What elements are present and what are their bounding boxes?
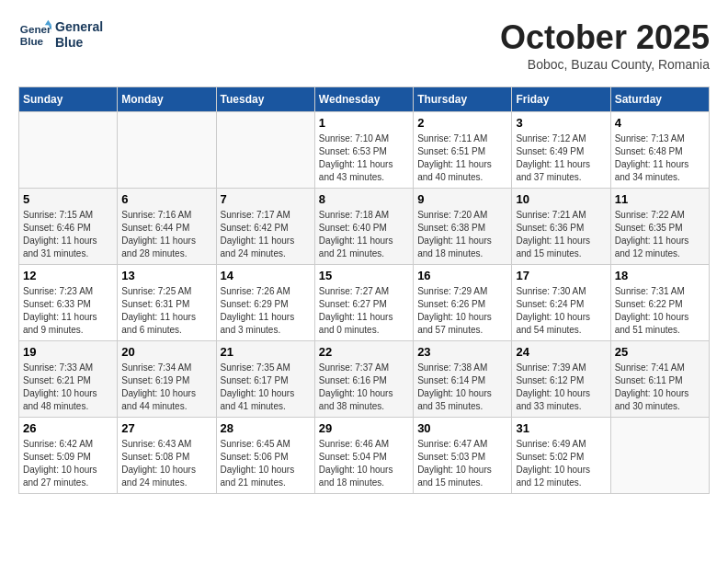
logo-text: General Blue <box>55 19 103 51</box>
calendar-cell: 3Sunrise: 7:12 AM Sunset: 6:49 PM Daylig… <box>512 112 610 189</box>
logo: General Blue General Blue <box>18 18 103 52</box>
day-info: Sunrise: 7:38 AM Sunset: 6:14 PM Dayligh… <box>417 362 507 413</box>
day-info: Sunrise: 7:29 AM Sunset: 6:26 PM Dayligh… <box>417 285 507 337</box>
day-info: Sunrise: 6:49 AM Sunset: 5:02 PM Dayligh… <box>516 438 606 489</box>
weekday-header-thursday: Thursday <box>414 87 512 112</box>
day-number: 16 <box>417 269 507 282</box>
calendar-cell: 4Sunrise: 7:13 AM Sunset: 6:48 PM Daylig… <box>610 112 709 189</box>
day-number: 30 <box>417 421 507 435</box>
calendar-cell <box>118 112 216 189</box>
day-number: 1 <box>319 116 409 130</box>
calendar-cell: 29Sunrise: 6:46 AM Sunset: 5:04 PM Dayli… <box>314 418 413 494</box>
day-number: 8 <box>319 192 409 206</box>
day-info: Sunrise: 7:22 AM Sunset: 6:35 PM Dayligh… <box>615 209 705 260</box>
calendar-cell: 31Sunrise: 6:49 AM Sunset: 5:02 PM Dayli… <box>512 418 610 494</box>
day-number: 28 <box>221 421 311 435</box>
weekday-header-saturday: Saturday <box>610 87 709 112</box>
day-number: 13 <box>121 269 211 282</box>
page-header: General Blue General Blue October 2025 B… <box>18 18 710 72</box>
day-info: Sunrise: 6:47 AM Sunset: 5:03 PM Dayligh… <box>417 438 507 489</box>
day-number: 3 <box>516 116 606 130</box>
day-info: Sunrise: 7:41 AM Sunset: 6:11 PM Dayligh… <box>615 362 705 413</box>
day-info: Sunrise: 7:33 AM Sunset: 6:21 PM Dayligh… <box>23 362 113 413</box>
calendar-cell: 28Sunrise: 6:45 AM Sunset: 5:06 PM Dayli… <box>216 418 314 494</box>
day-number: 9 <box>417 192 507 206</box>
weekday-header-row: SundayMondayTuesdayWednesdayThursdayFrid… <box>19 87 710 112</box>
day-info: Sunrise: 6:45 AM Sunset: 5:06 PM Dayligh… <box>221 438 311 489</box>
calendar-cell: 12Sunrise: 7:23 AM Sunset: 6:33 PM Dayli… <box>19 265 118 341</box>
calendar-cell: 10Sunrise: 7:21 AM Sunset: 6:36 PM Dayli… <box>512 189 610 265</box>
calendar-week-4: 19Sunrise: 7:33 AM Sunset: 6:21 PM Dayli… <box>19 341 710 418</box>
day-info: Sunrise: 7:35 AM Sunset: 6:17 PM Dayligh… <box>221 362 311 413</box>
calendar-cell: 5Sunrise: 7:15 AM Sunset: 6:46 PM Daylig… <box>19 189 118 265</box>
calendar-cell: 16Sunrise: 7:29 AM Sunset: 6:26 PM Dayli… <box>414 265 512 341</box>
day-number: 26 <box>23 421 113 435</box>
day-info: Sunrise: 7:23 AM Sunset: 6:33 PM Dayligh… <box>23 285 113 337</box>
logo-icon: General Blue <box>18 18 51 52</box>
weekday-header-friday: Friday <box>512 87 610 112</box>
day-number: 18 <box>615 269 705 282</box>
day-info: Sunrise: 7:31 AM Sunset: 6:22 PM Dayligh… <box>615 285 705 337</box>
day-info: Sunrise: 7:37 AM Sunset: 6:16 PM Dayligh… <box>319 362 409 413</box>
calendar-cell: 25Sunrise: 7:41 AM Sunset: 6:11 PM Dayli… <box>610 341 709 418</box>
calendar-cell: 18Sunrise: 7:31 AM Sunset: 6:22 PM Dayli… <box>610 265 709 341</box>
day-info: Sunrise: 7:20 AM Sunset: 6:38 PM Dayligh… <box>417 209 507 260</box>
calendar-cell: 20Sunrise: 7:34 AM Sunset: 6:19 PM Dayli… <box>118 341 216 418</box>
day-number: 17 <box>516 269 606 282</box>
day-info: Sunrise: 7:34 AM Sunset: 6:19 PM Dayligh… <box>121 362 211 413</box>
day-number: 2 <box>417 116 507 130</box>
calendar-table: SundayMondayTuesdayWednesdayThursdayFrid… <box>18 86 710 494</box>
logo-blue: Blue <box>55 35 103 51</box>
day-info: Sunrise: 7:17 AM Sunset: 6:42 PM Dayligh… <box>221 209 311 260</box>
day-number: 14 <box>221 269 311 282</box>
location: Boboc, Buzau County, Romania <box>500 57 710 72</box>
calendar-cell <box>19 112 118 189</box>
day-info: Sunrise: 7:25 AM Sunset: 6:31 PM Dayligh… <box>121 285 211 337</box>
calendar-cell: 15Sunrise: 7:27 AM Sunset: 6:27 PM Dayli… <box>314 265 413 341</box>
calendar-cell: 19Sunrise: 7:33 AM Sunset: 6:21 PM Dayli… <box>19 341 118 418</box>
weekday-header-wednesday: Wednesday <box>314 87 413 112</box>
calendar-cell: 22Sunrise: 7:37 AM Sunset: 6:16 PM Dayli… <box>314 341 413 418</box>
day-number: 12 <box>23 269 113 282</box>
calendar-cell: 6Sunrise: 7:16 AM Sunset: 6:44 PM Daylig… <box>118 189 216 265</box>
day-info: Sunrise: 7:11 AM Sunset: 6:51 PM Dayligh… <box>417 132 507 184</box>
calendar-cell: 21Sunrise: 7:35 AM Sunset: 6:17 PM Dayli… <box>216 341 314 418</box>
day-info: Sunrise: 7:30 AM Sunset: 6:24 PM Dayligh… <box>516 285 606 337</box>
calendar-cell: 26Sunrise: 6:42 AM Sunset: 5:09 PM Dayli… <box>19 418 118 494</box>
day-info: Sunrise: 6:43 AM Sunset: 5:08 PM Dayligh… <box>121 438 211 489</box>
calendar-week-2: 5Sunrise: 7:15 AM Sunset: 6:46 PM Daylig… <box>19 189 710 265</box>
day-info: Sunrise: 7:18 AM Sunset: 6:40 PM Dayligh… <box>319 209 409 260</box>
day-number: 11 <box>615 192 705 206</box>
day-number: 23 <box>417 345 507 359</box>
day-number: 25 <box>615 345 705 359</box>
day-number: 29 <box>319 421 409 435</box>
month-title: October 2025 <box>500 18 710 57</box>
calendar-cell: 14Sunrise: 7:26 AM Sunset: 6:29 PM Dayli… <box>216 265 314 341</box>
logo-general: General <box>55 19 103 35</box>
day-info: Sunrise: 7:15 AM Sunset: 6:46 PM Dayligh… <box>23 209 113 260</box>
day-number: 27 <box>121 421 211 435</box>
day-number: 20 <box>121 345 211 359</box>
calendar-cell <box>610 418 709 494</box>
title-block: October 2025 Boboc, Buzau County, Romani… <box>500 18 710 72</box>
day-number: 22 <box>319 345 409 359</box>
day-info: Sunrise: 6:42 AM Sunset: 5:09 PM Dayligh… <box>23 438 113 489</box>
calendar-cell: 7Sunrise: 7:17 AM Sunset: 6:42 PM Daylig… <box>216 189 314 265</box>
day-number: 31 <box>516 421 606 435</box>
calendar-cell: 9Sunrise: 7:20 AM Sunset: 6:38 PM Daylig… <box>414 189 512 265</box>
calendar-cell: 8Sunrise: 7:18 AM Sunset: 6:40 PM Daylig… <box>314 189 413 265</box>
day-info: Sunrise: 7:21 AM Sunset: 6:36 PM Dayligh… <box>516 209 606 260</box>
weekday-header-sunday: Sunday <box>19 87 118 112</box>
day-info: Sunrise: 7:16 AM Sunset: 6:44 PM Dayligh… <box>121 209 211 260</box>
day-info: Sunrise: 7:26 AM Sunset: 6:29 PM Dayligh… <box>221 285 311 337</box>
day-info: Sunrise: 7:39 AM Sunset: 6:12 PM Dayligh… <box>516 362 606 413</box>
day-number: 6 <box>121 192 211 206</box>
weekday-header-tuesday: Tuesday <box>216 87 314 112</box>
calendar-cell <box>216 112 314 189</box>
day-info: Sunrise: 6:46 AM Sunset: 5:04 PM Dayligh… <box>319 438 409 489</box>
calendar-cell: 13Sunrise: 7:25 AM Sunset: 6:31 PM Dayli… <box>118 265 216 341</box>
calendar-cell: 17Sunrise: 7:30 AM Sunset: 6:24 PM Dayli… <box>512 265 610 341</box>
calendar-cell: 1Sunrise: 7:10 AM Sunset: 6:53 PM Daylig… <box>314 112 413 189</box>
day-number: 10 <box>516 192 606 206</box>
calendar-week-5: 26Sunrise: 6:42 AM Sunset: 5:09 PM Dayli… <box>19 418 710 494</box>
